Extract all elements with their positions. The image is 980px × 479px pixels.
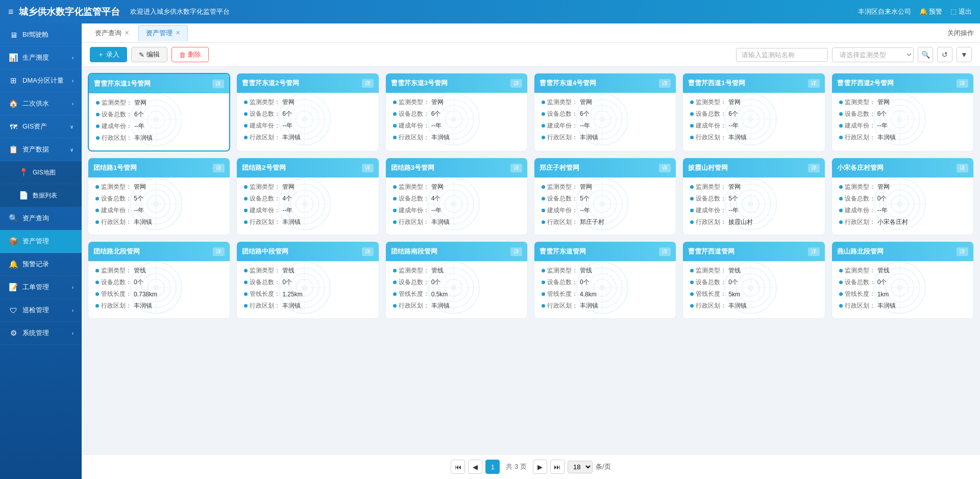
card-card3[interactable]: 曹雪芹东道3号管网 详 监测类型： 管网 设备总数： 6个 建成年份： --年 xyxy=(385,73,528,152)
card-body: 监测类型： 管网 设备总数： 6个 建成年份： --年 行政区划： 丰润镇 xyxy=(89,93,229,150)
main-content: 资产查询 ✕ 资产管理 ✕ 关闭操作 ＋ 录入 ✎ 编辑 🗑 删除 xyxy=(82,23,980,479)
card-detail-btn[interactable]: 详 xyxy=(957,247,968,256)
search-input[interactable] xyxy=(736,48,828,62)
card-title: 曹雪芹西道管网 xyxy=(688,247,807,256)
query-icon: 🔍 xyxy=(8,214,18,223)
tab-close-asset-mgmt[interactable]: ✕ xyxy=(176,30,180,36)
card-detail-btn[interactable]: 详 xyxy=(957,164,968,172)
sidebar-item-system[interactable]: ⚙ 系统管理 › xyxy=(0,322,82,345)
delete-button[interactable]: 🗑 删除 xyxy=(172,47,209,62)
sidebar-item-workorder[interactable]: 📝 工单管理 › xyxy=(0,276,82,299)
import-button[interactable]: ＋ 录入 xyxy=(90,47,127,62)
logout-btn[interactable]: ⬚ 退出 xyxy=(950,7,972,16)
card-card7[interactable]: 团结路1号管网 详 监测类型： 管网 设备总数： 5个 建成年份： --年 xyxy=(88,158,230,235)
sidebar-item-data-list[interactable]: 📄 数据列表 xyxy=(0,184,82,207)
card-card11[interactable]: 披霞山村管网 详 监测类型： 管网 设备总数： 5个 建成年份： --年 xyxy=(682,158,825,235)
chevron-right-icon3: › xyxy=(72,101,74,107)
sidebar-item-alarm[interactable]: 🔔 预警记录 xyxy=(0,253,82,276)
card-detail-btn[interactable]: 详 xyxy=(957,79,968,88)
card-title: 郑庄子村管网 xyxy=(540,163,659,172)
sidebar-label-data-list: 数据列表 xyxy=(33,191,57,200)
card-card2[interactable]: 曹雪芹东道2号管网 详 监测类型： 管网 设备总数： 6个 建成年份： --年 xyxy=(236,73,379,152)
asset-data-icon: 📋 xyxy=(8,145,18,154)
card-detail-btn[interactable]: 详 xyxy=(362,247,374,256)
chevron-right-icon5: › xyxy=(72,308,74,313)
card-card16[interactable]: 曹雪芹东道管网 详 监测类型： 管线 设备总数： 0个 管线长度： 4.8km xyxy=(534,241,676,319)
sidebar-label-secondary: 二次供水 xyxy=(22,99,49,108)
card-watermark xyxy=(534,91,673,148)
card-card15[interactable]: 团结路南段管网 详 监测类型： 管线 设备总数： 0个 管线长度： 0.5km xyxy=(385,241,528,319)
card-card8[interactable]: 团结路2号管网 详 监测类型： 管网 设备总数： 4个 建成年份： --年 xyxy=(236,158,379,235)
sidebar-label-asset-query: 资产查询 xyxy=(22,214,49,223)
list-icon: 📄 xyxy=(18,191,29,200)
page-last-btn[interactable]: ⏭ xyxy=(550,460,565,474)
sidebar-label-bi: BI驾驶舱 xyxy=(22,30,48,39)
card-card6[interactable]: 曹雪芹西道2号管网 详 监测类型： 管网 设备总数： 6个 建成年份： --年 xyxy=(831,73,974,152)
alert-btn[interactable]: 🔔 预警 xyxy=(919,7,943,16)
alarm-icon: 🔔 xyxy=(8,260,18,269)
page-next-btn[interactable]: ▶ xyxy=(533,460,547,474)
sidebar: 🖥 BI驾驶舱 📊 生产溯度 › ⊞ DMA分区计量 › 🏠 二次供水 › 🗺 … xyxy=(0,23,82,479)
sidebar-item-gis[interactable]: 🗺 GIS资产 ∨ xyxy=(0,115,82,138)
close-operations-btn[interactable]: 关闭操作 xyxy=(947,29,974,38)
sidebar-item-gis-map[interactable]: 📍 GIS地图 xyxy=(0,161,82,184)
tab-close-asset-query[interactable]: ✕ xyxy=(125,30,129,36)
card-detail-btn[interactable]: 详 xyxy=(213,164,225,172)
card-detail-btn[interactable]: 详 xyxy=(808,79,820,88)
search-button[interactable]: 🔍 xyxy=(918,47,933,62)
card-detail-btn[interactable]: 详 xyxy=(808,164,820,172)
sidebar-item-dma[interactable]: ⊞ DMA分区计量 › xyxy=(0,69,82,92)
card-header: 曹雪芹东道管网 详 xyxy=(534,242,676,261)
sidebar-item-bi[interactable]: 🖥 BI驾驶舱 xyxy=(0,23,82,46)
sidebar-item-asset-query[interactable]: 🔍 资产查询 xyxy=(0,207,82,230)
card-card14[interactable]: 团结路中段管网 详 监测类型： 管线 设备总数： 0个 管线长度： 1.25km xyxy=(236,241,379,319)
tab-asset-mgmt[interactable]: 资产管理 ✕ xyxy=(138,25,188,41)
card-card13[interactable]: 团结路北段管网 详 监测类型： 管线 设备总数： 0个 管线长度： 0.738k… xyxy=(88,241,230,319)
card-card18[interactable]: 燕山路北段管网 详 监测类型： 管线 设备总数： 0个 管线长度： 1km xyxy=(831,241,974,319)
card-detail-btn[interactable]: 详 xyxy=(659,79,671,88)
card-detail-btn[interactable]: 详 xyxy=(362,164,374,172)
card-body: 监测类型： 管网 设备总数： 6个 建成年份： --年 行政区划： 丰润镇 xyxy=(832,93,973,150)
refresh-button[interactable]: ↺ xyxy=(937,47,952,62)
card-header: 曹雪芹西道管网 详 xyxy=(683,242,824,261)
sidebar-item-secondary[interactable]: 🏠 二次供水 › xyxy=(0,92,82,115)
edit-button[interactable]: ✎ 编辑 xyxy=(131,47,167,62)
card-header: 曹雪芹东道3号管网 详 xyxy=(386,73,527,93)
page-1-btn[interactable]: 1 xyxy=(485,460,500,474)
card-title: 曹雪芹东道管网 xyxy=(540,247,659,256)
page-first-btn[interactable]: ⏮ xyxy=(451,460,465,474)
toolbar: ＋ 录入 ✎ 编辑 🗑 删除 请选择监测类型 管网 管线 🔍 ↺ ▼ xyxy=(82,43,980,67)
card-header: 燕山路北段管网 详 xyxy=(832,242,973,261)
card-detail-btn[interactable]: 详 xyxy=(659,247,671,256)
menu-icon[interactable]: ≡ xyxy=(8,7,14,17)
card-detail-btn[interactable]: 详 xyxy=(808,247,820,256)
card-card17[interactable]: 曹雪芹西道管网 详 监测类型： 管线 设备总数： 0个 管线长度： 5km xyxy=(682,241,825,319)
card-watermark xyxy=(682,175,821,233)
card-detail-btn[interactable]: 详 xyxy=(510,247,522,256)
sidebar-item-asset-data[interactable]: 📋 资产数据 ∨ xyxy=(0,138,82,161)
card-body: 监测类型： 管线 设备总数： 0个 管线长度： 1.25km 行政区划： 丰润镇 xyxy=(237,261,378,318)
sidebar-item-asset-mgmt[interactable]: 📦 资产管理 xyxy=(0,230,82,253)
card-card9[interactable]: 团结路3号管网 详 监测类型： 管网 设备总数： 4个 建成年份： --年 xyxy=(385,158,528,235)
sidebar-item-production[interactable]: 📊 生产溯度 › xyxy=(0,46,82,69)
card-detail-btn[interactable]: 详 xyxy=(212,80,224,88)
card-detail-btn[interactable]: 详 xyxy=(213,247,225,256)
card-detail-btn[interactable]: 详 xyxy=(510,79,522,88)
card-card1[interactable]: 曹雪芹东道1号管网 详 监测类型： 管网 设备总数： 6个 建成年份： --年 xyxy=(88,73,230,152)
type-select[interactable]: 请选择监测类型 管网 管线 xyxy=(832,47,914,62)
card-card5[interactable]: 曹雪芹西道1号管网 详 监测类型： 管网 设备总数： 6个 建成年份： --年 xyxy=(682,73,825,152)
card-card12[interactable]: 小宋各庄村管网 详 监测类型： 管网 设备总数： 0个 建成年份： --年 xyxy=(831,158,974,235)
page-info: 共 3 页 xyxy=(506,462,526,471)
card-detail-btn[interactable]: 详 xyxy=(362,79,374,88)
page-size-select[interactable]: 18 30 50 xyxy=(568,461,593,473)
sidebar-item-patrol[interactable]: 🛡 巡检管理 › xyxy=(0,299,82,322)
card-detail-btn[interactable]: 详 xyxy=(659,164,671,172)
filter-button[interactable]: ▼ xyxy=(957,47,972,62)
card-detail-btn[interactable]: 详 xyxy=(510,164,522,172)
tab-asset-query[interactable]: 资产查询 ✕ xyxy=(88,26,136,41)
card-card4[interactable]: 曹雪芹东道4号管网 详 监测类型： 管网 设备总数： 6个 建成年份： --年 xyxy=(534,73,676,152)
card-watermark xyxy=(831,259,970,316)
company-name[interactable]: 丰润区自来水公司 xyxy=(858,7,911,16)
card-card10[interactable]: 郑庄子村管网 详 监测类型： 管网 设备总数： 5个 建成年份： --年 xyxy=(534,158,676,235)
page-prev-btn[interactable]: ◀ xyxy=(468,460,482,474)
